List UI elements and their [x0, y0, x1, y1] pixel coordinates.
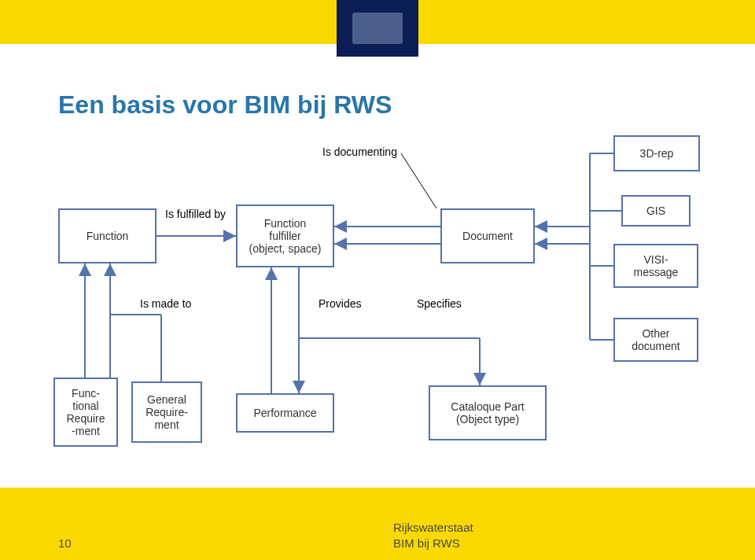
node-performance: Performance — [236, 393, 334, 433]
node-3d-rep: 3D-rep — [613, 135, 700, 171]
node-fulfiller-label: Function fulfiller (object, space) — [242, 211, 328, 261]
page-title: Een basis voor BIM bij RWS — [58, 90, 392, 120]
node-3d-rep-label: 3D-rep — [620, 142, 694, 165]
node-performance-label: Performance — [242, 400, 328, 426]
logo-ribbon — [337, 0, 418, 57]
node-func-req-label: Func- tional Require -ment — [60, 384, 112, 440]
edge-specifies: Specifies — [417, 297, 462, 310]
node-document-label: Document — [447, 215, 528, 257]
crest-icon — [352, 13, 403, 44]
edge-is-made-to: Is made to — [140, 297, 191, 310]
node-function: Function — [58, 208, 157, 263]
node-function-label: Function — [64, 215, 150, 257]
footer-subtitle: BIM bij RWS — [393, 536, 460, 550]
svg-line-0 — [401, 153, 436, 208]
page-number: 10 — [58, 536, 72, 550]
node-gen-req-label: General Require- ment — [138, 388, 196, 437]
node-visi-message: VISI- message — [613, 244, 698, 288]
node-fulfiller: Function fulfiller (object, space) — [236, 204, 334, 267]
footer-bar: 10 Rijkswaterstaat BIM bij RWS — [0, 488, 755, 560]
node-functional-requirement: Func- tional Require -ment — [53, 378, 118, 447]
edge-is-documenting: Is documenting — [322, 146, 397, 158]
footer-org: Rijkswaterstaat — [393, 521, 473, 534]
node-catalogue-part: Cataloque Part (Object type) — [429, 385, 547, 440]
node-gis-label: GIS — [628, 201, 684, 220]
edge-is-fulfilled-by: Is fulfilled by — [165, 208, 226, 220]
node-visi-label: VISI- message — [620, 250, 692, 282]
edge-provides: Provides — [319, 297, 361, 310]
node-document: Document — [440, 208, 535, 263]
node-catpart-label: Cataloque Part (Object type) — [435, 392, 540, 434]
node-general-requirement: General Require- ment — [131, 381, 202, 443]
node-other-document: Other document — [613, 318, 698, 362]
node-gis: GIS — [621, 195, 691, 227]
node-other-document-label: Other document — [620, 324, 692, 356]
